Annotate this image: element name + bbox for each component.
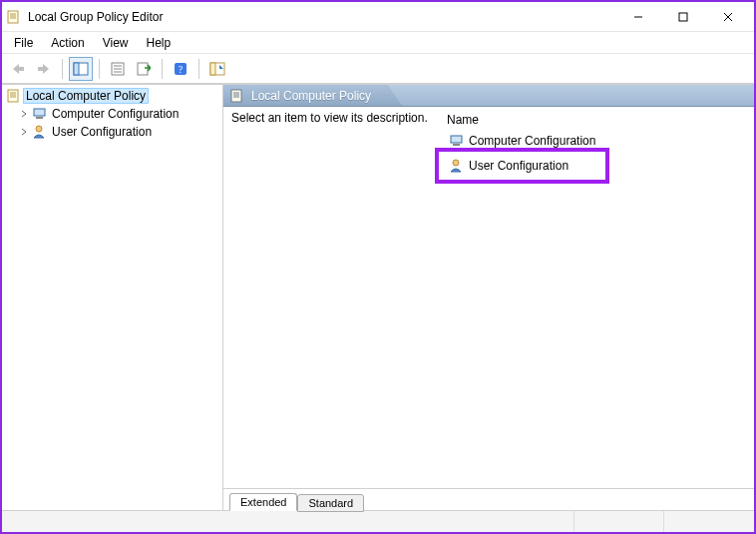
- menu-action[interactable]: Action: [43, 34, 92, 52]
- column-header-name[interactable]: Name: [447, 111, 746, 132]
- status-cell: [2, 511, 574, 532]
- forward-button[interactable]: [32, 57, 56, 81]
- svg-rect-32: [451, 136, 462, 143]
- detail-content: Select an item to view its description. …: [223, 107, 754, 488]
- status-cell: [664, 511, 754, 532]
- svg-rect-8: [19, 67, 24, 71]
- export-button[interactable]: [132, 57, 156, 81]
- toolbar-separator: [99, 59, 100, 79]
- properties-button[interactable]: [106, 57, 130, 81]
- svg-rect-28: [231, 90, 241, 102]
- menu-view[interactable]: View: [95, 34, 137, 52]
- svg-rect-20: [210, 63, 215, 75]
- toolbar-separator: [198, 59, 199, 79]
- back-button[interactable]: [6, 57, 30, 81]
- tree-item-computer-config[interactable]: Computer Configuration: [2, 105, 222, 123]
- tree-item-label: User Configuration: [50, 125, 154, 139]
- svg-rect-26: [36, 117, 43, 119]
- status-bar: [2, 510, 754, 532]
- detail-pane: Local Computer Policy Select an item to …: [223, 85, 754, 510]
- window-controls: [615, 3, 750, 31]
- svg-rect-5: [679, 13, 687, 21]
- app-icon: [6, 9, 22, 25]
- close-button[interactable]: [705, 3, 750, 31]
- list-column: Name Computer Configuration User Configu: [447, 111, 746, 484]
- svg-rect-9: [38, 67, 43, 71]
- tree-item-label: Computer Configuration: [50, 107, 181, 121]
- svg-rect-0: [8, 11, 18, 23]
- detail-header-title: Local Computer Policy: [251, 89, 371, 103]
- user-icon: [449, 158, 465, 174]
- chevron-right-icon[interactable]: [18, 108, 30, 120]
- detail-tabs: Extended Standard: [223, 488, 754, 510]
- toolbar-separator: [162, 59, 163, 79]
- help-button[interactable]: ?: [169, 57, 192, 81]
- tree-pane[interactable]: Local Computer Policy Computer Configura…: [2, 85, 223, 510]
- svg-text:?: ?: [179, 64, 184, 75]
- svg-point-27: [36, 126, 42, 132]
- svg-rect-33: [453, 144, 460, 146]
- status-cell: [574, 511, 664, 532]
- tree-root-label: Local Computer Policy: [24, 89, 148, 103]
- policy-icon: [229, 88, 245, 104]
- toolbar: ?: [2, 54, 754, 84]
- minimize-button[interactable]: [615, 3, 660, 31]
- svg-rect-16: [138, 63, 148, 75]
- list-item-label: User Configuration: [469, 159, 568, 173]
- show-hide-tree-button[interactable]: [69, 57, 93, 81]
- tab-standard[interactable]: Standard: [297, 494, 364, 512]
- list-item-label: Computer Configuration: [469, 134, 595, 148]
- filter-button[interactable]: [205, 57, 229, 81]
- user-icon: [32, 124, 48, 140]
- computer-icon: [449, 133, 465, 149]
- computer-icon: [32, 106, 48, 122]
- svg-rect-11: [74, 63, 79, 75]
- maximize-button[interactable]: [660, 3, 705, 31]
- app-window: Local Group Policy Editor File Action Vi…: [0, 0, 756, 534]
- chevron-right-icon[interactable]: [18, 126, 30, 138]
- menu-help[interactable]: Help: [139, 34, 180, 52]
- menu-bar: File Action View Help: [2, 32, 754, 54]
- title-bar: Local Group Policy Editor: [2, 2, 754, 32]
- main-body: Local Computer Policy Computer Configura…: [2, 84, 754, 510]
- toolbar-separator: [62, 59, 63, 79]
- description-column: Select an item to view its description.: [231, 111, 431, 484]
- svg-point-34: [453, 160, 459, 166]
- window-title: Local Group Policy Editor: [28, 10, 615, 24]
- description-prompt: Select an item to view its description.: [231, 111, 431, 125]
- tree-item-user-config[interactable]: User Configuration: [2, 123, 222, 141]
- svg-rect-21: [8, 90, 18, 102]
- tree-root[interactable]: Local Computer Policy: [2, 87, 222, 105]
- annotation-highlight: User Configuration: [435, 148, 609, 184]
- tab-extended[interactable]: Extended: [229, 493, 297, 511]
- detail-header: Local Computer Policy: [223, 85, 754, 107]
- menu-file[interactable]: File: [6, 34, 41, 52]
- list-item-user-config[interactable]: User Configuration: [449, 157, 568, 175]
- policy-icon: [6, 88, 22, 104]
- svg-rect-25: [34, 109, 45, 116]
